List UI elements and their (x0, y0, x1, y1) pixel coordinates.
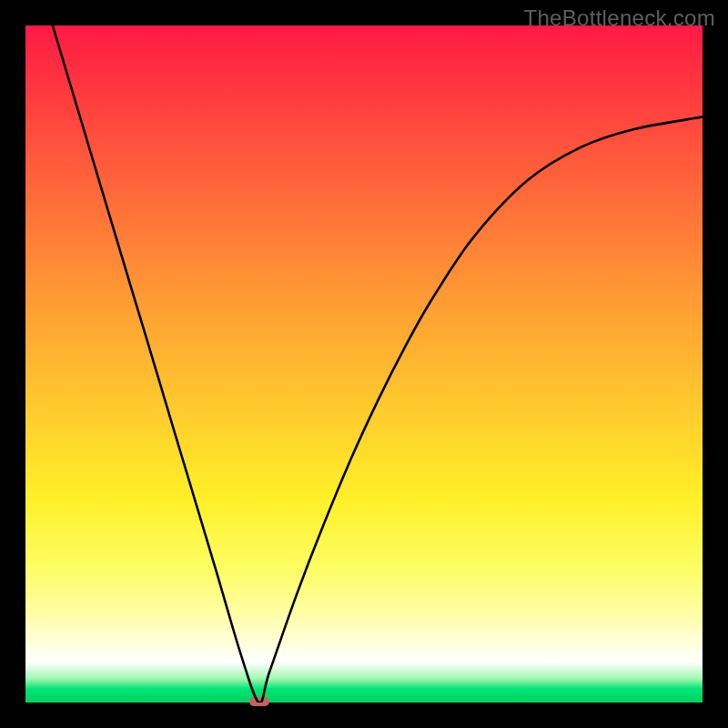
curve-path (53, 25, 703, 703)
watermark-text: TheBottleneck.com (523, 5, 715, 31)
bottleneck-curve (25, 25, 703, 703)
